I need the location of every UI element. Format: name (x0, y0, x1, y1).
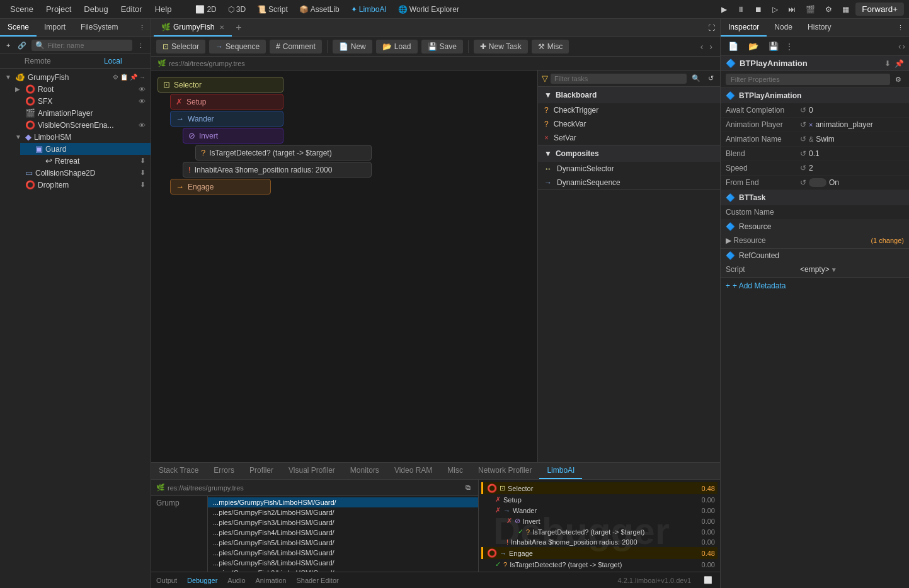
inspector-tab-node[interactable]: Node (767, 19, 800, 37)
insp-row-await[interactable]: Await Completion ↺ 0 (721, 103, 909, 118)
blackboard-refresh-btn[interactable]: ↺ (706, 73, 716, 84)
output-tab-audio[interactable]: Audio (227, 577, 245, 584)
new-script-btn[interactable]: 📄 (724, 40, 742, 53)
tab-limboai[interactable]: LimboAI (539, 463, 582, 479)
menu-editor[interactable]: Editor (116, 3, 147, 15)
insp-row-blend[interactable]: Blend ↺ 0.1 (721, 147, 909, 161)
toolbar-limboai-btn[interactable]: ✦ LimboAI (347, 4, 391, 15)
tab-filesystem[interactable]: FileSystem (73, 19, 125, 37)
inspector-tab-inspector[interactable]: Inspector (721, 19, 767, 37)
tree-item-guard[interactable]: ▣ Guard (20, 143, 151, 155)
save-resource-btn[interactable]: 💾 (765, 40, 782, 53)
debug-row-0[interactable]: ⭕ ⊡ Selector 0.48 (481, 482, 717, 494)
class-pin-btn[interactable]: 📌 (895, 59, 904, 68)
tab-stack-trace[interactable]: Stack Trace (151, 463, 206, 479)
insp-forward-btn[interactable]: › (903, 42, 905, 51)
debug-row-4[interactable]: ✓ ? IsTargetDetected? (target -> $target… (515, 526, 717, 537)
filter-properties-input[interactable] (726, 74, 890, 85)
menu-help[interactable]: Help (150, 3, 177, 15)
debug-row-1[interactable]: ✗ Setup 0.00 (493, 494, 717, 505)
graph-node-selector[interactable]: ⊡ Selector (157, 77, 283, 93)
insp-subsection-refcounted-header[interactable]: 🔷 RefCounted (721, 249, 909, 263)
local-tab[interactable]: Local (76, 54, 151, 68)
await-reset-btn[interactable]: ↺ (800, 106, 806, 115)
blend-reset-btn[interactable]: ↺ (800, 149, 806, 158)
debug-row-8[interactable]: ✓ ⁝ PlayAnimation "Swim" blend: 0.1s spe… (493, 570, 717, 572)
settings-btn[interactable]: ⚙ (821, 4, 836, 15)
tree-item-root[interactable]: ▶ ⭕ Root 👁 (10, 83, 151, 95)
filter-input[interactable] (47, 42, 129, 49)
fromend-toggle[interactable] (809, 178, 826, 187)
insp-row-customname[interactable]: Custom Name (721, 205, 909, 220)
toolbar-assetlib-btn[interactable]: 📦 AssetLib (295, 4, 343, 15)
bb-item-checkvar[interactable]: ? CheckVar (538, 117, 720, 131)
blackboard-search-btn[interactable]: 🔍 (689, 73, 703, 84)
insp-section-btplayanimation[interactable]: 🔷 BTPlayAnimation (721, 88, 909, 103)
bt-graph[interactable]: ⊡ Selector ✗ Setup → Wander ⊘ Invert (151, 71, 537, 462)
toolbar-3d-btn[interactable]: ⬡ 3D (224, 4, 249, 15)
filter-props-options-btn[interactable]: ⚙ (893, 74, 904, 85)
tab-misc[interactable]: Misc (440, 463, 471, 479)
insp-section-bttask[interactable]: 🔷 BTTask (721, 190, 909, 205)
inspector-tab-history[interactable]: History (800, 19, 838, 37)
menu-scene[interactable]: Scene (5, 3, 38, 15)
tree-item-visible[interactable]: ⭕ VisibleOnScreenEna... 👁 (10, 119, 151, 131)
play-custom-btn[interactable]: ⏭ (784, 4, 799, 15)
debug-item-2[interactable]: ...pies/GrumpyFish3/LimboHSM/Guard/ (208, 517, 478, 528)
toolbar-worldexplorer-btn[interactable]: 🌐 World Explorer (394, 4, 463, 15)
play-scene-btn[interactable]: ▷ (769, 4, 782, 15)
blackboard-filter-input[interactable] (554, 75, 683, 82)
tree-item-retreat[interactable]: ↩ Retreat ⬇ (30, 155, 151, 167)
tab-monitors[interactable]: Monitors (343, 463, 387, 479)
tab-visual-profiler[interactable]: Visual Profiler (281, 463, 343, 479)
selector-btn[interactable]: ⊡ Selector (156, 40, 205, 54)
insp-row-fromend[interactable]: From End ↺ On (721, 176, 909, 190)
debug-row-6[interactable]: ⭕ → Engage 0.48 (481, 547, 717, 559)
tab-import[interactable]: Import (37, 19, 73, 37)
inspector-menu-btn[interactable]: ⋮ (895, 23, 906, 33)
debug-row-7[interactable]: ✓ ? IsTargetDetected? (target -> $target… (493, 559, 717, 570)
tree-item-limbohsm[interactable]: ▼ ◆ LimboHSM (10, 131, 151, 143)
output-tab-output[interactable]: Output (156, 577, 177, 584)
insp-row-animplayer[interactable]: Animation Player ↺ × animation_player (721, 118, 909, 132)
new-btn[interactable]: 📄 New (333, 40, 372, 54)
toolbar-2d-btn[interactable]: ⬜ 2D (192, 4, 220, 15)
insp-row-speed[interactable]: Speed ↺ 2 (721, 161, 909, 176)
graph-node-setup[interactable]: ✗ Setup (170, 94, 283, 110)
load-btn[interactable]: 📂 Load (376, 40, 418, 54)
new-task-btn[interactable]: ✚ New Task (474, 40, 528, 54)
bb-section-composites-header[interactable]: ▼ Composites (538, 145, 720, 162)
remote-tab[interactable]: Remote (0, 54, 76, 68)
tree-item-collision[interactable]: ▭ CollisionShape2D ⬇ (10, 167, 151, 179)
bb-item-dynamicsequence[interactable]: → DynamicSequence (538, 176, 720, 189)
tab-video-ram[interactable]: Video RAM (387, 463, 440, 479)
graph-node-istarget[interactable]: ? IsTargetDetected? (target -> $target) (195, 145, 372, 161)
debug-item-6[interactable]: ...pies/GrumpyFish8/LimboHSM/Guard/ (208, 558, 478, 568)
graph-node-engage[interactable]: → Engage (170, 179, 271, 195)
movie-btn[interactable]: 🎬 (802, 4, 819, 15)
scene-menu-btn[interactable]: ⋮ (136, 23, 148, 33)
tree-item-sfx[interactable]: ⭕ SFX 👁 (10, 95, 151, 107)
graph-node-wander[interactable]: → Wander (170, 111, 283, 127)
tab-scene[interactable]: Scene (0, 19, 37, 37)
comment-btn[interactable]: # Comment (270, 40, 322, 54)
insp-row-resource[interactable]: ▶ Resource (1 change) (721, 234, 909, 248)
debug-item-3[interactable]: ...pies/GrumpyFish4/LimboHSM/Guard/ (208, 528, 478, 538)
forward-btn[interactable]: Forward+ (855, 3, 904, 16)
fromend-reset-btn[interactable]: ↺ (800, 178, 806, 187)
inspector-more-btn[interactable]: ⋮ (785, 42, 794, 52)
debug-item-1[interactable]: ...pies/GrumpyFish2/LimboHSM/Guard/ (208, 507, 478, 517)
menu-debug[interactable]: Debug (79, 3, 113, 15)
insp-row-script[interactable]: Script <empty> ▼ (721, 263, 909, 277)
tab-profiler[interactable]: Profiler (242, 463, 281, 479)
sequence-btn[interactable]: → Sequence (209, 40, 266, 54)
add-metadata-btn[interactable]: + + Add Metadata (721, 278, 909, 294)
misc-btn[interactable]: ⚒ Misc (532, 40, 569, 54)
debug-row-5[interactable]: ! InhabitArea $home_position radius: 200… (504, 537, 717, 547)
graph-node-invert[interactable]: ⊘ Invert (183, 128, 283, 144)
nav-forward-btn[interactable]: › (707, 40, 715, 53)
output-tab-debugger[interactable]: Debugger (187, 577, 217, 584)
tree-item-animplayer[interactable]: 🎬 AnimationPlayer (10, 107, 151, 119)
graph-node-inhabit[interactable]: ! InhabitArea $home_position radius: 200… (183, 162, 372, 178)
output-tab-animation[interactable]: Animation (256, 577, 287, 584)
